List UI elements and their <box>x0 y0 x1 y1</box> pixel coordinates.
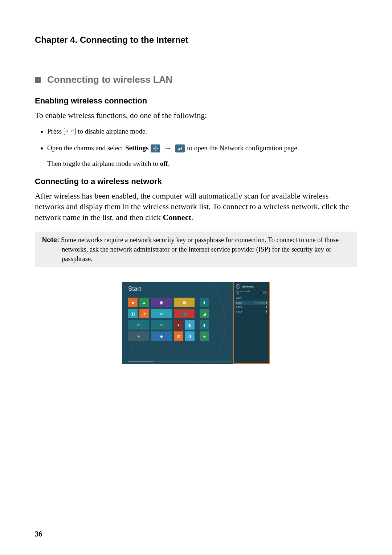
svg-rect-9 <box>178 149 179 150</box>
step2-pre: Open the charms and select <box>47 143 123 154</box>
tile: ▭ <box>128 320 149 330</box>
start-scrollbar[interactable] <box>128 361 232 362</box>
tile: ▲ <box>139 298 149 307</box>
wifi-name: XXXX <box>236 302 242 304</box>
tile: ▦ <box>174 298 195 307</box>
wifi-name: XXXX <box>236 310 242 313</box>
signal-icon: ▮ <box>266 301 267 304</box>
connect-paragraph: After wireless has been enabled, the com… <box>35 191 357 223</box>
airplane-mode-value: Off <box>236 292 250 295</box>
step-press-key: Press ✈ F7 to disable airplane mode. <box>47 126 357 137</box>
start-tile-grid: ■ ▲ ◧ ◔ ▭ ✶ <box>128 298 230 341</box>
settings-gear-icon <box>151 144 160 152</box>
note-text: Some networks require a network security… <box>61 236 339 262</box>
arrow-right-icon: → <box>162 142 173 155</box>
step-open-charms: Open the charms and select Settings → <box>47 142 357 170</box>
tile: ■ <box>200 331 209 341</box>
tile: ■ <box>128 298 138 307</box>
tile: ▮ <box>200 298 209 307</box>
tile: ◧ <box>128 309 138 318</box>
tile: ▭ <box>151 320 172 330</box>
airplane-glyph: ✈ <box>65 128 69 135</box>
wifi-network-item[interactable]: XXXX ▮ <box>236 305 267 309</box>
subhead-connect-network: Connecting to a wireless network <box>35 177 357 186</box>
tile: ◔ <box>139 309 149 318</box>
note-label: Note: <box>42 236 59 244</box>
tile: ▧ <box>174 331 183 341</box>
note-box: Note: Some networks require a network se… <box>35 232 357 268</box>
figure-start-screen: Start ■ ▲ ◧ ◔ ▭ <box>122 282 270 364</box>
start-screen-label: Start <box>128 285 230 293</box>
airplane-mode-toggle[interactable] <box>260 291 267 294</box>
section-bullet-icon <box>35 77 41 83</box>
svg-line-7 <box>154 150 154 150</box>
section-title: Connecting to wireless LAN <box>47 74 172 85</box>
wifi-section-label: Wi-Fi <box>236 297 267 299</box>
tile: ◐ <box>185 320 195 330</box>
tile: ◑ <box>185 331 195 341</box>
wifi-name: XXXX <box>236 306 242 309</box>
tile: 👥 <box>174 309 195 318</box>
chapter-title: Chapter 4. Connecting to the Internet <box>35 35 357 45</box>
signal-icon: ▮ <box>266 306 267 309</box>
wifi-network-item[interactable]: XXXX ▮ <box>236 309 267 314</box>
section-heading-row: Connecting to wireless LAN <box>35 74 357 85</box>
tile: ◢ <box>200 309 209 318</box>
connect-para-period: . <box>191 213 193 222</box>
networks-title: Networks <box>242 285 254 288</box>
svg-line-6 <box>157 150 157 150</box>
tile: ▣ <box>151 298 172 307</box>
f7-label: F7 <box>71 129 74 134</box>
svg-line-5 <box>154 147 154 147</box>
enable-intro: To enable wireless functions, do one of … <box>35 110 357 121</box>
tile: ◆ <box>151 331 172 341</box>
airplane-key-icon: ✈ F7 <box>64 128 75 135</box>
networks-back-icon[interactable]: ← <box>236 284 240 289</box>
network-signal-icon <box>175 144 185 152</box>
page-number: 36 <box>35 530 42 538</box>
wifi-network-item[interactable]: XXXX Connected▮ <box>234 301 269 305</box>
step1-pre: Press <box>47 126 62 137</box>
step2-then-period: . <box>168 160 170 167</box>
svg-point-0 <box>155 148 156 149</box>
connect-para-bold: Connect <box>163 213 191 222</box>
svg-line-8 <box>157 147 157 147</box>
start-scrollbar-thumb[interactable] <box>128 361 154 362</box>
wifi-status: Connected <box>255 302 265 304</box>
step2-post: to open the Network configuration page. <box>187 143 299 154</box>
settings-label: Settings <box>125 143 148 154</box>
networks-panel: ← Networks Airplane mode Off Wi-Fi XXXX … <box>233 282 270 364</box>
tile: ▭ <box>151 309 172 318</box>
signal-icon: ▮ <box>266 310 267 313</box>
svg-rect-10 <box>179 148 180 150</box>
tile: ▲ <box>174 320 183 330</box>
subhead-enable-wireless: Enabling wireless connection <box>35 96 357 106</box>
step2-then-off: off <box>160 160 168 167</box>
enable-steps-list: Press ✈ F7 to disable airplane mode. Ope… <box>35 126 357 170</box>
step2-then: Then toggle the airplane mode switch to <box>47 160 158 167</box>
step1-post: to disable airplane mode. <box>78 126 147 137</box>
tile: ✶ <box>128 331 149 341</box>
tile: ▮ <box>200 320 209 330</box>
svg-rect-11 <box>181 147 182 150</box>
